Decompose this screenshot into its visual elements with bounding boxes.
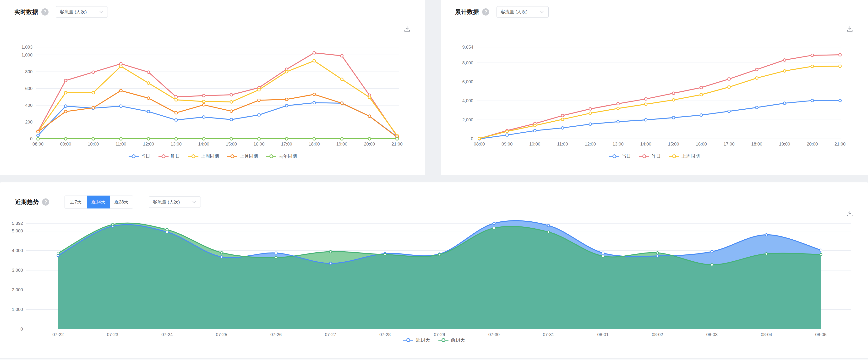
data-point-marker: [839, 53, 841, 56]
x-axis-label: 07-31: [543, 332, 554, 337]
legend-marker-icon: [438, 338, 449, 342]
data-point-marker: [368, 96, 371, 99]
data-point-marker: [561, 118, 564, 121]
data-point-marker: [589, 108, 592, 110]
x-axis-label: 18:00: [309, 141, 320, 146]
data-point-marker: [275, 252, 277, 254]
download-icon[interactable]: [403, 24, 411, 33]
realtime-metric-select[interactable]: 客流量 (人次): [56, 6, 108, 18]
help-icon[interactable]: ?: [41, 8, 49, 16]
data-point-marker: [330, 262, 332, 265]
data-point-marker: [656, 252, 659, 254]
legend-item-昨日[interactable]: 昨日: [158, 153, 180, 159]
data-point-marker: [313, 93, 315, 96]
data-point-marker: [230, 110, 232, 112]
x-axis-label: 08-02: [652, 332, 663, 337]
y-axis-label: 4,000: [462, 98, 473, 103]
x-axis-label: 08-03: [706, 332, 717, 337]
data-point-marker: [147, 138, 150, 140]
data-point-marker: [37, 138, 39, 140]
legend-label: 昨日: [652, 153, 661, 159]
legend-item-昨日[interactable]: 昨日: [639, 153, 661, 159]
data-point-marker: [645, 98, 647, 100]
x-axis-label: 11:00: [116, 141, 126, 146]
x-axis-label: 07-24: [161, 332, 173, 337]
x-axis-label: 08-04: [761, 332, 772, 337]
cumulative-title: 累计数据: [455, 8, 479, 16]
trend-chart[interactable]: 01,0002,0003,0004,0005,0005,39207-2207-2…: [0, 183, 868, 358]
legend-item-上月同期[interactable]: 上月同期: [227, 153, 258, 159]
cumulative-metric-select[interactable]: 客流量 (人次): [497, 6, 549, 18]
y-axis-label: 600: [25, 86, 32, 91]
chevron-down-icon: [539, 9, 545, 15]
data-point-marker: [313, 52, 315, 54]
data-point-marker: [92, 71, 95, 74]
data-point-marker: [672, 99, 675, 101]
data-point-marker: [120, 105, 122, 108]
data-point-marker: [120, 138, 122, 140]
range-button-14d[interactable]: 近14天: [87, 196, 110, 209]
legend-item-去年同期[interactable]: 去年同期: [266, 153, 297, 159]
x-axis-label: 08-01: [597, 332, 609, 337]
y-axis-label: 1,000: [22, 52, 32, 57]
data-point-marker: [64, 110, 67, 113]
legend-label: 上周同期: [682, 153, 700, 159]
legend-marker-icon: [266, 154, 277, 159]
y-axis-label: 1,000: [12, 307, 23, 312]
x-axis-label: 12:00: [585, 141, 596, 146]
series-line-上月同期: [38, 91, 397, 137]
legend-item-前14天[interactable]: 前14天: [438, 337, 465, 343]
data-point-marker: [589, 123, 592, 126]
data-point-marker: [147, 97, 150, 100]
legend-marker-icon: [639, 154, 650, 159]
data-point-marker: [258, 138, 260, 140]
data-point-marker: [175, 119, 177, 121]
card-trend: 01,0002,0003,0004,0005,0005,39207-2207-2…: [0, 183, 868, 358]
x-axis-label: 17:00: [281, 141, 292, 146]
data-point-marker: [561, 127, 564, 129]
y-axis-label: 1,093: [22, 45, 32, 50]
y-axis-label: 5,000: [12, 228, 23, 233]
data-point-marker: [711, 264, 713, 266]
data-point-marker: [368, 138, 371, 140]
download-icon[interactable]: [845, 24, 854, 33]
data-point-marker: [533, 124, 536, 127]
data-point-marker: [64, 91, 67, 94]
legend-item-近14天[interactable]: 近14天: [403, 337, 430, 343]
x-axis-label: 13:00: [171, 141, 182, 146]
y-axis-label: 2,000: [12, 287, 23, 292]
trend-metric-value: 客流量 (人次): [153, 199, 180, 205]
data-point-marker: [147, 82, 150, 84]
data-point-marker: [340, 78, 343, 81]
data-point-marker: [811, 99, 813, 102]
data-point-marker: [839, 99, 841, 102]
legend-item-上周同期[interactable]: 上周同期: [188, 153, 219, 159]
x-axis-label: 20:00: [364, 141, 375, 146]
realtime-chart[interactable]: 02004006008001,0001,09308:0009:0010:0011…: [0, 0, 425, 175]
next-card-edge: [0, 359, 868, 360]
cumulative-chart[interactable]: 02,0004,0006,0008,0009,65408:0009:0010:0…: [441, 0, 868, 175]
data-point-marker: [783, 59, 786, 61]
y-axis-label: 5,392: [12, 221, 23, 226]
range-button-7d[interactable]: 近7天: [65, 196, 87, 209]
data-point-marker: [166, 228, 168, 231]
download-icon[interactable]: [845, 209, 854, 218]
help-icon[interactable]: ?: [482, 8, 489, 16]
data-point-marker: [230, 101, 232, 103]
trend-metric-select[interactable]: 客流量 (人次): [149, 196, 201, 208]
data-point-marker: [220, 256, 223, 258]
data-point-marker: [175, 112, 177, 114]
data-point-marker: [602, 252, 604, 254]
help-icon[interactable]: ?: [42, 198, 49, 205]
range-button-28d[interactable]: 近28天: [110, 196, 133, 209]
legend-item-当日[interactable]: 当日: [609, 153, 631, 159]
x-axis-label: 19:00: [336, 141, 347, 146]
legend-item-当日[interactable]: 当日: [128, 153, 150, 159]
data-point-marker: [166, 231, 168, 233]
legend-marker-icon: [188, 154, 199, 159]
y-axis-label: 8,000: [462, 60, 473, 65]
legend-marker-icon: [128, 154, 139, 159]
y-axis-label: 3,000: [12, 268, 23, 273]
legend-item-上周同期[interactable]: 上周同期: [669, 153, 700, 159]
data-point-marker: [230, 138, 232, 140]
